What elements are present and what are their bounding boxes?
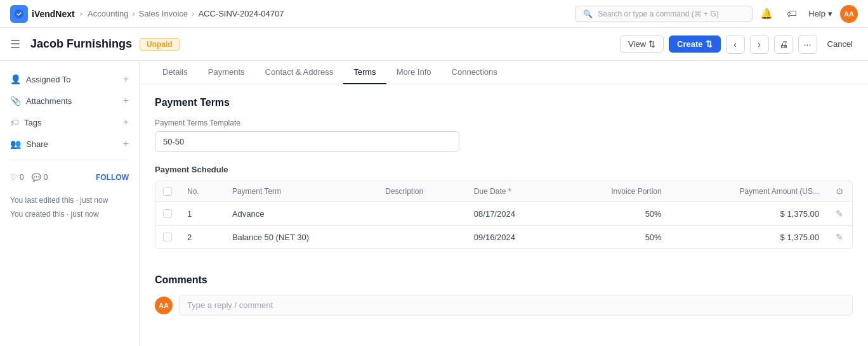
table-header-row: No. Payment Term Description Due Date * …: [155, 181, 852, 202]
chevron-down-icon: ▾: [828, 9, 832, 18]
activity-row: ♡ 0 💬 0 FOLLOW: [10, 173, 129, 182]
nav-icons: 🔔 🏷 Help ▾ AA: [758, 5, 858, 23]
tab-contact[interactable]: Contact & Address: [255, 61, 344, 84]
last-edited-text: You last edited this · just now: [0, 195, 139, 206]
heart-icon: ♡: [10, 173, 17, 182]
search-bar[interactable]: 🔍 Search or type a command (⌘ + G): [575, 6, 753, 22]
tab-terms[interactable]: Terms: [343, 61, 386, 84]
assigned-to-add-icon[interactable]: +: [123, 74, 129, 85]
breadcrumb: Accounting › Sales Invoice › ACC-SINV-20…: [88, 9, 284, 18]
breadcrumb-accounting[interactable]: Accounting: [88, 9, 128, 18]
tab-connections[interactable]: Connections: [442, 61, 508, 84]
th-description: Description: [378, 181, 466, 202]
th-no: No.: [180, 181, 225, 202]
help-button[interactable]: Help ▾: [808, 9, 832, 18]
activity-section: ♡ 0 💬 0 FOLLOW: [0, 165, 139, 195]
tab-details[interactable]: Details: [152, 61, 198, 84]
toolbar-buttons: View ⇅ Create ⇅ ‹ › 🖨 ··· Cancel: [620, 35, 858, 54]
sidebar-item-share[interactable]: 👥 Share +: [0, 133, 139, 155]
comments-item[interactable]: 💬 0: [32, 173, 48, 182]
share-add-icon[interactable]: +: [123, 138, 129, 150]
breadcrumb-sales-invoice[interactable]: Sales Invoice: [139, 9, 188, 18]
row2-checkbox[interactable]: [163, 233, 172, 241]
content-body: Payment Terms Payment Terms Template 50-…: [140, 84, 868, 262]
th-due-date: Due Date *: [466, 181, 560, 202]
comments-section: Comments AA Type a reply / comment: [140, 262, 868, 316]
view-button[interactable]: View ⇅: [620, 35, 664, 53]
th-payment-amount: Payment Amount (US...: [669, 181, 827, 202]
create-button[interactable]: Create ⇅: [669, 35, 720, 53]
template-field-value[interactable]: 50-50: [155, 131, 459, 152]
comment-input-row: AA Type a reply / comment: [155, 295, 853, 316]
hamburger-icon[interactable]: ☰: [10, 37, 20, 51]
more-options-icon[interactable]: ···: [798, 35, 817, 54]
share-label: Share: [26, 139, 48, 149]
comment-avatar: AA: [155, 297, 173, 314]
payment-schedule-table: No. Payment Term Description Due Date * …: [155, 181, 853, 249]
sidebar-item-attachments[interactable]: 📎 Attachments +: [0, 90, 139, 112]
tabs: Details Payments Contact & Address Terms…: [140, 61, 868, 84]
row2-edit-cell: ✎: [827, 226, 852, 249]
row2-edit-icon[interactable]: ✎: [836, 232, 843, 242]
row2-no: 2: [180, 226, 225, 249]
tag-icon[interactable]: 🏷: [783, 5, 801, 23]
sidebar: 👤 Assigned To + 📎 Attachments + 🏷 Tags +…: [0, 61, 140, 346]
required-star: *: [508, 187, 511, 196]
cancel-button[interactable]: Cancel: [822, 36, 858, 52]
tab-more-info[interactable]: More Info: [386, 61, 442, 84]
breadcrumb-sep-1: ›: [80, 9, 82, 18]
th-checkbox: [155, 181, 180, 202]
breadcrumb-doc-id: ACC-SINV-2024-04707: [198, 9, 284, 18]
row2-payment-term: Balance 50 (NET 30): [225, 226, 378, 249]
tab-payments[interactable]: Payments: [198, 61, 255, 84]
th-invoice-portion: Invoice Portion: [560, 181, 669, 202]
th-payment-term: Payment Term: [225, 181, 378, 202]
logo[interactable]: iVendNext: [10, 5, 75, 23]
row1-payment-amount: $ 1,375.00: [669, 202, 827, 226]
avatar[interactable]: AA: [840, 5, 858, 23]
payment-terms-title: Payment Terms: [155, 97, 853, 108]
comment-input[interactable]: Type a reply / comment: [179, 295, 853, 316]
row2-description: [378, 226, 466, 249]
main-layout: 👤 Assigned To + 📎 Attachments + 🏷 Tags +…: [0, 61, 868, 346]
print-icon[interactable]: 🖨: [774, 35, 793, 54]
select-all-checkbox[interactable]: [163, 187, 172, 196]
doc-title: Jacob Furnishings: [30, 37, 132, 51]
tags-icon: 🏷: [10, 117, 19, 127]
prev-button[interactable]: ‹: [726, 35, 745, 54]
row1-edit-icon[interactable]: ✎: [836, 208, 843, 219]
row1-checkbox[interactable]: [163, 209, 172, 218]
row2-payment-amount: $ 1,375.00: [669, 226, 827, 249]
table-settings-icon[interactable]: ⚙: [836, 186, 844, 196]
row1-no: 1: [180, 202, 225, 226]
schedule-label: Payment Schedule: [155, 165, 853, 174]
top-nav: iVendNext › Accounting › Sales Invoice ›…: [0, 0, 868, 28]
share-icon: 👥: [10, 139, 21, 149]
follow-button[interactable]: FOLLOW: [96, 173, 129, 182]
attachments-label: Attachments: [26, 96, 72, 106]
row2-due-date: 09/16/2024: [466, 226, 560, 249]
create-chevron-icon: ⇅: [706, 39, 713, 49]
assigned-to-label: Assigned To: [26, 75, 71, 84]
row2-checkbox-cell: [155, 226, 180, 249]
likes-item[interactable]: ♡ 0: [10, 173, 24, 182]
likes-count: 0: [20, 173, 24, 182]
app-name: iVendNext: [32, 9, 75, 19]
row1-edit-cell: ✎: [827, 202, 852, 226]
created-text: You created this · just now: [0, 208, 139, 220]
content-area: Details Payments Contact & Address Terms…: [140, 61, 868, 346]
view-chevron-icon: ⇅: [648, 39, 655, 49]
sidebar-item-assigned-to[interactable]: 👤 Assigned To +: [0, 68, 139, 90]
search-icon: 🔍: [583, 10, 593, 18]
sidebar-item-tags[interactable]: 🏷 Tags +: [0, 112, 139, 133]
attachments-add-icon[interactable]: +: [123, 95, 129, 106]
comments-title: Comments: [155, 274, 853, 286]
notification-icon[interactable]: 🔔: [758, 5, 775, 23]
row1-description: [378, 202, 466, 226]
table-row: 2 Balance 50 (NET 30) 09/16/2024 50% $ 1…: [155, 226, 852, 249]
next-button[interactable]: ›: [750, 35, 769, 54]
tags-label: Tags: [24, 118, 41, 127]
row1-payment-term: Advance: [225, 202, 378, 226]
table-row: 1 Advance 08/17/2024 50% $ 1,375.00 ✎: [155, 202, 852, 226]
tags-add-icon[interactable]: +: [123, 117, 129, 128]
